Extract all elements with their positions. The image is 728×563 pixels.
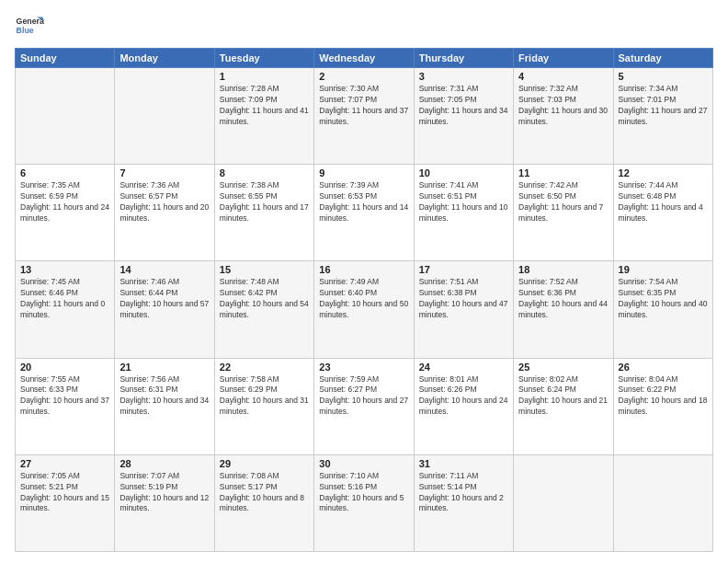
day-cell: 11Sunrise: 7:42 AMSunset: 6:50 PMDayligh… (514, 165, 613, 261)
day-number: 1 (220, 71, 309, 82)
day-info: Sunrise: 7:31 AMSunset: 7:05 PMDaylight:… (419, 84, 508, 128)
day-info: Sunrise: 7:08 AMSunset: 5:17 PMDaylight:… (220, 471, 309, 515)
day-number: 13 (20, 264, 109, 275)
day-info: Sunrise: 7:59 AMSunset: 6:27 PMDaylight:… (319, 374, 408, 419)
day-cell: 13Sunrise: 7:45 AMSunset: 6:46 PMDayligh… (16, 261, 115, 358)
day-number: 3 (419, 71, 508, 82)
day-info: Sunrise: 7:41 AMSunset: 6:51 PMDaylight:… (419, 180, 508, 224)
weekday-header-tuesday: Tuesday (214, 49, 313, 68)
day-number: 5 (619, 71, 708, 82)
day-info: Sunrise: 7:51 AMSunset: 6:38 PMDaylight:… (419, 277, 508, 321)
day-cell: 27Sunrise: 7:05 AMSunset: 5:21 PMDayligh… (16, 454, 115, 551)
day-info: Sunrise: 7:28 AMSunset: 7:09 PMDaylight:… (220, 84, 309, 128)
calendar: SundayMondayTuesdayWednesdayThursdayFrid… (15, 48, 713, 552)
day-number: 7 (119, 167, 209, 178)
day-cell: 19Sunrise: 7:54 AMSunset: 6:35 PMDayligh… (613, 261, 712, 358)
day-number: 20 (20, 362, 109, 373)
day-number: 26 (619, 362, 708, 373)
day-cell: 28Sunrise: 7:07 AMSunset: 5:19 PMDayligh… (115, 454, 214, 551)
day-cell: 21Sunrise: 7:56 AMSunset: 6:31 PMDayligh… (115, 358, 214, 454)
day-info: Sunrise: 7:38 AMSunset: 6:55 PMDaylight:… (220, 180, 309, 224)
week-row-2: 6Sunrise: 7:35 AMSunset: 6:59 PMDaylight… (16, 165, 713, 261)
day-info: Sunrise: 7:56 AMSunset: 6:31 PMDaylight:… (119, 374, 209, 419)
logo-icon: General Blue (15, 11, 44, 40)
day-info: Sunrise: 7:48 AMSunset: 6:42 PMDaylight:… (220, 277, 309, 321)
day-info: Sunrise: 7:46 AMSunset: 6:44 PMDaylight:… (119, 277, 209, 321)
day-number: 15 (220, 264, 309, 275)
day-number: 30 (319, 458, 408, 469)
day-cell: 29Sunrise: 7:08 AMSunset: 5:17 PMDayligh… (214, 454, 313, 551)
day-cell: 31Sunrise: 7:11 AMSunset: 5:14 PMDayligh… (414, 454, 513, 551)
day-number: 17 (419, 264, 508, 275)
day-cell: 5Sunrise: 7:34 AMSunset: 7:01 PMDaylight… (613, 68, 712, 165)
svg-text:Blue: Blue (17, 26, 34, 35)
day-cell: 1Sunrise: 7:28 AMSunset: 7:09 PMDaylight… (214, 68, 313, 165)
day-number: 25 (518, 362, 608, 373)
week-row-4: 20Sunrise: 7:55 AMSunset: 6:33 PMDayligh… (16, 358, 713, 454)
day-number: 6 (20, 167, 109, 178)
day-number: 18 (518, 264, 608, 275)
day-info: Sunrise: 7:39 AMSunset: 6:53 PMDaylight:… (319, 180, 408, 224)
day-cell: 9Sunrise: 7:39 AMSunset: 6:53 PMDaylight… (314, 165, 414, 261)
day-cell: 20Sunrise: 7:55 AMSunset: 6:33 PMDayligh… (16, 358, 115, 454)
day-info: Sunrise: 7:36 AMSunset: 6:57 PMDaylight:… (119, 180, 209, 224)
day-cell (514, 454, 613, 551)
day-cell (16, 68, 115, 165)
day-info: Sunrise: 7:44 AMSunset: 6:48 PMDaylight:… (619, 180, 708, 224)
day-info: Sunrise: 7:34 AMSunset: 7:01 PMDaylight:… (619, 84, 708, 128)
day-number: 14 (119, 264, 209, 275)
day-number: 11 (518, 167, 608, 178)
weekday-header-monday: Monday (115, 49, 214, 68)
day-number: 27 (20, 458, 109, 469)
day-info: Sunrise: 7:32 AMSunset: 7:03 PMDaylight:… (518, 84, 608, 128)
day-number: 22 (220, 362, 309, 373)
day-cell: 14Sunrise: 7:46 AMSunset: 6:44 PMDayligh… (115, 261, 214, 358)
day-cell: 3Sunrise: 7:31 AMSunset: 7:05 PMDaylight… (414, 68, 513, 165)
weekday-header-friday: Friday (514, 49, 613, 68)
day-number: 8 (220, 167, 309, 178)
day-number: 28 (119, 458, 209, 469)
weekday-header-thursday: Thursday (414, 49, 513, 68)
day-info: Sunrise: 7:55 AMSunset: 6:33 PMDaylight:… (20, 374, 109, 419)
day-cell: 25Sunrise: 8:02 AMSunset: 6:24 PMDayligh… (514, 358, 613, 454)
day-number: 24 (419, 362, 508, 373)
day-cell: 2Sunrise: 7:30 AMSunset: 7:07 PMDaylight… (314, 68, 414, 165)
day-cell: 30Sunrise: 7:10 AMSunset: 5:16 PMDayligh… (314, 454, 414, 551)
day-cell: 17Sunrise: 7:51 AMSunset: 6:38 PMDayligh… (414, 261, 513, 358)
day-info: Sunrise: 7:05 AMSunset: 5:21 PMDaylight:… (20, 471, 109, 515)
header: General Blue (15, 11, 713, 40)
day-number: 12 (619, 167, 708, 178)
day-cell: 10Sunrise: 7:41 AMSunset: 6:51 PMDayligh… (414, 165, 513, 261)
day-cell: 7Sunrise: 7:36 AMSunset: 6:57 PMDaylight… (115, 165, 214, 261)
day-cell: 23Sunrise: 7:59 AMSunset: 6:27 PMDayligh… (314, 358, 414, 454)
day-info: Sunrise: 8:02 AMSunset: 6:24 PMDaylight:… (518, 374, 608, 419)
day-cell: 24Sunrise: 8:01 AMSunset: 6:26 PMDayligh… (414, 358, 513, 454)
week-row-3: 13Sunrise: 7:45 AMSunset: 6:46 PMDayligh… (16, 261, 713, 358)
day-info: Sunrise: 7:42 AMSunset: 6:50 PMDaylight:… (518, 180, 608, 224)
day-number: 10 (419, 167, 508, 178)
day-info: Sunrise: 7:35 AMSunset: 6:59 PMDaylight:… (20, 180, 109, 224)
week-row-1: 1Sunrise: 7:28 AMSunset: 7:09 PMDaylight… (16, 68, 713, 165)
day-info: Sunrise: 7:30 AMSunset: 7:07 PMDaylight:… (319, 84, 408, 128)
day-info: Sunrise: 7:11 AMSunset: 5:14 PMDaylight:… (419, 471, 508, 515)
day-number: 23 (319, 362, 408, 373)
day-info: Sunrise: 7:49 AMSunset: 6:40 PMDaylight:… (319, 277, 408, 321)
day-cell: 12Sunrise: 7:44 AMSunset: 6:48 PMDayligh… (613, 165, 712, 261)
day-cell: 15Sunrise: 7:48 AMSunset: 6:42 PMDayligh… (214, 261, 313, 358)
day-info: Sunrise: 7:07 AMSunset: 5:19 PMDaylight:… (119, 471, 209, 515)
page: General Blue SundayMondayTuesdayWednesda… (0, 0, 728, 563)
day-number: 29 (220, 458, 309, 469)
weekday-header-saturday: Saturday (613, 49, 712, 68)
day-number: 4 (518, 71, 608, 82)
day-number: 21 (119, 362, 209, 373)
day-info: Sunrise: 7:54 AMSunset: 6:35 PMDaylight:… (619, 277, 708, 321)
day-cell: 18Sunrise: 7:52 AMSunset: 6:36 PMDayligh… (514, 261, 613, 358)
day-info: Sunrise: 7:52 AMSunset: 6:36 PMDaylight:… (518, 277, 608, 321)
logo: General Blue (15, 11, 44, 40)
day-number: 19 (619, 264, 708, 275)
day-cell (613, 454, 712, 551)
day-info: Sunrise: 7:10 AMSunset: 5:16 PMDaylight:… (319, 471, 408, 515)
weekday-header-sunday: Sunday (16, 49, 115, 68)
day-cell: 16Sunrise: 7:49 AMSunset: 6:40 PMDayligh… (314, 261, 414, 358)
week-row-5: 27Sunrise: 7:05 AMSunset: 5:21 PMDayligh… (16, 454, 713, 551)
